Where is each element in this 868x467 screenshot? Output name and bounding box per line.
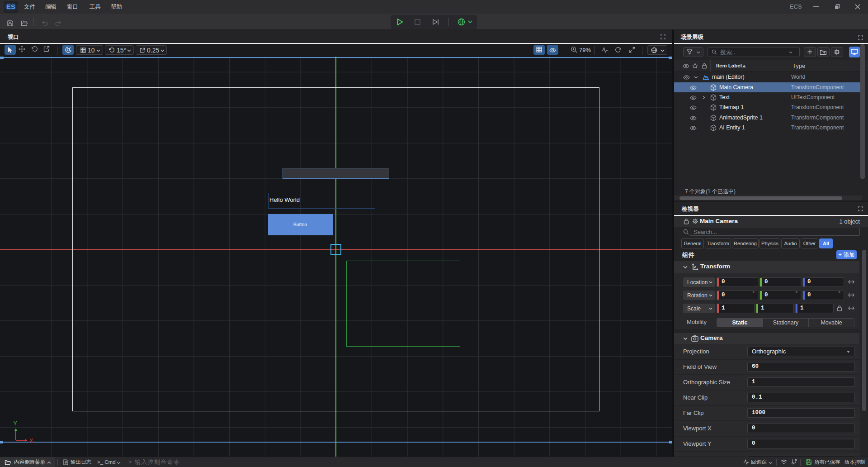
- svg-text:Y: Y: [14, 420, 18, 427]
- svg-text:X: X: [29, 438, 33, 444]
